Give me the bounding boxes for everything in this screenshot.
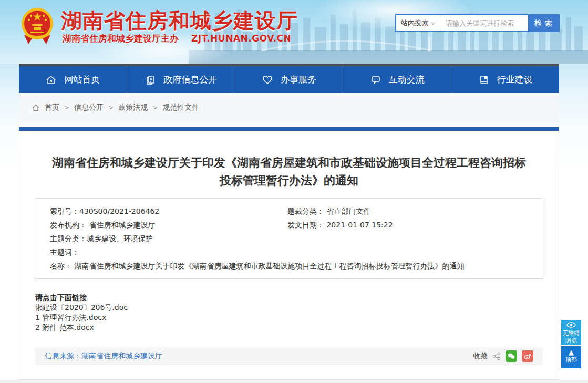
meta-row: 索引号：430S00/2021-206462 题裁分类： 省直部门文件 bbox=[50, 204, 538, 218]
book-icon bbox=[478, 74, 490, 86]
wechat-share-icon[interactable] bbox=[506, 350, 517, 362]
page-title: 湖南省住房和城乡建设厅关于印发《湖南省房屋建筑和市政基础设施项目全过程工程咨询招… bbox=[49, 154, 529, 190]
meta-row: 名称： 湖南省住房和城乡建设厅关于印发《湖南省房屋建筑和市政基础设施项目全过程工… bbox=[50, 259, 538, 273]
site-subtitle-text: 湖南省住房和城乡建设厅主办 bbox=[63, 33, 179, 44]
site-subtitle: 湖南省住房和城乡建设厅主办ZJT.HUNAN.GOV.CN bbox=[63, 33, 291, 45]
nav-item-label: 办事服务 bbox=[281, 74, 316, 86]
meta-date-label: 发文日期： bbox=[287, 221, 324, 229]
chat-icon bbox=[370, 74, 381, 86]
accent-divider-bar bbox=[19, 127, 559, 131]
meta-name-value: 湖南省住房和城乡建设厅关于印发《湖南省房屋建筑和市政基础设施项目全过程工程咨询招… bbox=[74, 262, 464, 270]
breadcrumb: 首页 > 信息公开 > 政策法规 > 规范性文件 bbox=[19, 93, 559, 122]
meta-genre: 题裁分类： 省直部门文件 bbox=[287, 204, 538, 218]
nav-item-gov-info[interactable]: 政府信息公开 bbox=[127, 66, 235, 93]
breadcrumb-separator: > bbox=[64, 104, 69, 111]
site-url: ZJT.HUNAN.GOV.CN bbox=[191, 33, 291, 44]
meta-genre-value: 省直部门文件 bbox=[326, 207, 370, 215]
meta-agency-label: 发布机构： bbox=[50, 221, 87, 229]
weibo-share-icon[interactable] bbox=[522, 350, 533, 362]
document-icon bbox=[145, 74, 156, 86]
nav-item-home[interactable]: 网站首页 bbox=[19, 66, 127, 93]
meta-row: 主题词： bbox=[50, 245, 538, 259]
meta-name: 名称： 湖南省住房和城乡建设厅关于印发《湖南省房屋建筑和市政基础设施项目全过程工… bbox=[50, 259, 464, 273]
favorite-button[interactable]: 收藏 bbox=[473, 351, 488, 361]
page: 湖南省住房和城乡建设厅 湖南省住房和城乡建设厅主办ZJT.HUNAN.GOV.C… bbox=[0, 0, 588, 383]
home-icon bbox=[45, 74, 57, 86]
meta-agency-value: 省住房和城乡建设厅 bbox=[89, 221, 155, 229]
meta-name-label: 名称： bbox=[50, 262, 72, 270]
meta-topic-value: 城乡建设、环境保护 bbox=[87, 234, 153, 243]
share-group: 收藏 bbox=[473, 350, 533, 362]
source-label-text: 信息来源： bbox=[45, 351, 81, 360]
back-to-top-button[interactable]: ▲ 顶部 bbox=[561, 346, 581, 368]
attachment-links: 请点击下面链接 湘建设〔2020〕206号.doc 1 管理暂行办法.docx … bbox=[35, 293, 559, 333]
source-label: 信息来源：湖南省住房和城乡建设厅 bbox=[45, 351, 162, 361]
search-input[interactable] bbox=[440, 15, 528, 31]
site-header: 湖南省住房和城乡建设厅 湖南省住房和城乡建设厅主办ZJT.HUNAN.GOV.C… bbox=[0, 0, 588, 64]
accessibility-label-line2: 浏览 bbox=[561, 337, 581, 345]
share-icon[interactable] bbox=[492, 352, 501, 360]
nav-item-label: 互动交流 bbox=[389, 74, 425, 86]
meta-topic: 主题分类：城乡建设、环境保护 bbox=[50, 232, 153, 245]
source-value: 湖南省住房和城乡建设厅 bbox=[81, 351, 162, 360]
search-scope-label: 站内搜索 bbox=[401, 18, 428, 28]
breadcrumb-item-policy[interactable]: 政策法规 bbox=[118, 103, 148, 112]
meta-row: 主题分类：城乡建设、环境保护 bbox=[50, 232, 538, 245]
accessibility-browse-button[interactable]: 无障碍 浏览 bbox=[561, 320, 581, 345]
nav-item-interaction[interactable]: 互动交流 bbox=[343, 66, 451, 93]
chevron-down-icon: ∨ bbox=[431, 20, 435, 27]
nav-item-industry[interactable]: 行业建设 bbox=[451, 66, 559, 93]
meta-index-value: 430S00/2021-206462 bbox=[79, 207, 159, 215]
meta-row: 发布机构： 省住房和城乡建设厅 发文日期： 2021-01-07 15:22 bbox=[50, 218, 538, 232]
source-bar: 信息来源：湖南省住房和城乡建设厅 收藏 bbox=[35, 347, 543, 365]
nav-item-label: 政府信息公开 bbox=[163, 74, 217, 86]
breadcrumb-item-info[interactable]: 信息公开 bbox=[74, 103, 104, 112]
meta-agency: 发布机构： 省住房和城乡建设厅 bbox=[50, 218, 287, 232]
site-title: 湖南省住房和城乡建设厅 bbox=[61, 6, 298, 35]
article-card: 湖南省住房和城乡建设厅关于印发《湖南省房屋建筑和市政基础设施项目全过程工程咨询招… bbox=[19, 131, 559, 380]
accessibility-label-line1: 无障碍 bbox=[561, 330, 581, 337]
back-to-top-label: 顶部 bbox=[561, 356, 581, 364]
nav-item-label: 行业建设 bbox=[497, 74, 533, 86]
meta-genre-label: 题裁分类： bbox=[287, 207, 324, 215]
nav-item-services[interactable]: 办事服务 bbox=[235, 66, 344, 93]
meta-topic-label: 主题分类： bbox=[50, 234, 87, 243]
main-nav: 网站首页 政府信息公开 办事服务 互动交流 行业建设 bbox=[19, 64, 559, 93]
attachment-link-measures[interactable]: 1 管理暂行办法.docx bbox=[35, 313, 559, 323]
arrow-up-icon: ▲ bbox=[561, 348, 581, 356]
meta-index: 索引号：430S00/2021-206462 bbox=[50, 204, 287, 218]
attachment-link-template[interactable]: 2 附件 范本.docx bbox=[35, 323, 559, 333]
links-heading: 请点击下面链接 bbox=[35, 293, 559, 303]
search-scope-dropdown[interactable]: 站内搜索 ∨ bbox=[396, 15, 440, 31]
site-search-bar: 站内搜索 ∨ 检 索 bbox=[395, 14, 560, 32]
heart-icon bbox=[262, 74, 273, 86]
meta-date: 发文日期： 2021-01-07 15:22 bbox=[287, 218, 538, 232]
eye-icon bbox=[566, 322, 576, 328]
meta-index-label: 索引号： bbox=[50, 207, 79, 215]
breadcrumb-separator: > bbox=[152, 104, 158, 111]
meta-keywords-label: 主题词： bbox=[50, 248, 79, 256]
breadcrumb-separator: > bbox=[108, 104, 114, 111]
meta-keywords: 主题词： bbox=[50, 245, 79, 259]
home-icon bbox=[32, 103, 40, 112]
breadcrumb-item-normative-docs[interactable]: 规范性文件 bbox=[162, 103, 199, 112]
footer-strip bbox=[0, 380, 588, 383]
meta-date-value: 2021-01-07 15:22 bbox=[326, 221, 393, 229]
national-emblem-logo bbox=[20, 5, 55, 46]
nav-item-label: 网站首页 bbox=[64, 74, 100, 86]
document-meta-table: 索引号：430S00/2021-206462 题裁分类： 省直部门文件 发布机构… bbox=[35, 198, 543, 279]
attachment-link-doc[interactable]: 湘建设〔2020〕206号.doc bbox=[35, 303, 559, 313]
breadcrumb-item-home[interactable]: 首页 bbox=[45, 103, 59, 112]
search-button[interactable]: 检 索 bbox=[528, 15, 559, 31]
